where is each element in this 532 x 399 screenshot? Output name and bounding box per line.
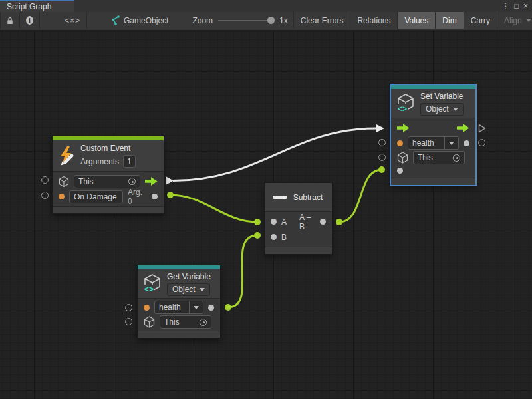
value-wire[interactable] <box>339 170 382 222</box>
subtract-minus-icon <box>273 196 287 199</box>
arg-output-port[interactable] <box>152 194 158 200</box>
unconnected-output-port[interactable] <box>478 139 485 146</box>
variable-name-dropdown[interactable]: health <box>408 136 459 150</box>
close-icon[interactable]: × <box>523 1 528 11</box>
zoom-slider-handle[interactable] <box>267 17 275 24</box>
gameobject-label: GameObject <box>124 16 168 25</box>
object-picker-icon[interactable] <box>453 154 460 162</box>
object-picker-icon[interactable] <box>200 319 207 326</box>
gameobject-cube-icon <box>144 316 155 328</box>
gameobject-cube-icon <box>397 152 408 164</box>
node-get-variable[interactable]: <> Get Variable Object health <box>137 265 221 338</box>
wire-arrow-icon <box>166 176 174 185</box>
unconnected-input-port[interactable] <box>378 139 386 146</box>
svg-text:<>: <> <box>144 285 154 294</box>
tab-title: Script Graph <box>7 2 51 11</box>
tab-script-graph[interactable]: Script Graph <box>0 0 74 12</box>
values-toggle[interactable]: Values <box>397 12 435 29</box>
target-field[interactable]: This <box>413 151 465 164</box>
target-field[interactable]: This <box>74 175 140 188</box>
arguments-count-field[interactable]: 1 <box>123 155 136 168</box>
clear-errors-button[interactable]: Clear Errors <box>293 12 350 29</box>
variable-name-port[interactable] <box>144 305 150 311</box>
node-title: Custom Event <box>80 144 136 153</box>
script-graph-asset-icon <box>110 15 120 25</box>
wire-endpoint <box>167 192 174 198</box>
arguments-label: Arguments <box>80 157 119 166</box>
variable-cube-icon: <> <box>143 273 162 294</box>
object-picker-icon[interactable] <box>128 178 136 185</box>
chevron-down-icon <box>453 108 458 111</box>
lock-icon <box>7 16 13 25</box>
chevron-down-icon <box>194 306 199 309</box>
value-output-port[interactable] <box>208 305 214 311</box>
script-graph-window: Script Graph ⋮ □ × i <×> <box>0 0 532 399</box>
result-output-port[interactable] <box>320 219 326 225</box>
control-output-port[interactable] <box>457 124 469 132</box>
wire-arrow-icon <box>376 124 384 133</box>
align-dropdown[interactable]: Align <box>497 12 532 29</box>
unconnected-input-port[interactable] <box>41 176 49 184</box>
graph-canvas[interactable]: Custom Event Arguments 1 This <box>0 30 532 399</box>
unconnected-input-port[interactable] <box>125 304 132 311</box>
node-title: Set Variable <box>420 92 464 101</box>
dim-toggle[interactable]: Dim <box>435 12 463 29</box>
event-name-field[interactable]: On Damage <box>69 190 123 203</box>
value-wire[interactable] <box>228 235 257 307</box>
node-header[interactable]: Custom Event Arguments 1 <box>53 140 164 172</box>
zoom-control: Zoom 1x <box>187 12 293 29</box>
unconnected-input-port[interactable] <box>125 318 132 325</box>
chevron-down-icon <box>200 288 205 291</box>
gameobject-cube-icon <box>59 176 69 188</box>
variable-name-dropdown[interactable]: health <box>154 301 203 314</box>
variable-name-port[interactable] <box>397 140 403 146</box>
value-input-port[interactable] <box>397 168 403 174</box>
input-a-label: A <box>281 217 287 227</box>
node-footer <box>391 178 475 185</box>
target-field[interactable]: This <box>160 315 211 329</box>
node-footer <box>53 206 164 213</box>
custom-event-icon <box>58 146 75 166</box>
pre-value-output-port[interactable] <box>464 140 469 146</box>
output-label: A – B <box>299 213 315 231</box>
node-custom-event[interactable]: Custom Event Arguments 1 This <box>52 136 164 214</box>
node-footer <box>265 247 332 254</box>
node-header[interactable]: <> Get Variable Object <box>138 269 220 299</box>
node-title: Get Variable <box>167 272 211 281</box>
unconnected-input-port[interactable] <box>41 192 49 199</box>
lock-button[interactable] <box>0 12 20 29</box>
svg-text:<>: <> <box>398 104 407 114</box>
control-input-port[interactable] <box>397 124 410 132</box>
wire-endpoint <box>225 304 231 311</box>
wire-endpoint <box>254 219 261 225</box>
control-output-port[interactable] <box>145 177 158 186</box>
node-footer <box>138 331 220 338</box>
menu-icon[interactable]: ⋮ <box>501 1 509 11</box>
input-a-port[interactable] <box>271 219 277 225</box>
variable-scope-dropdown[interactable]: Object <box>420 103 464 116</box>
chevron-down-icon <box>526 19 531 22</box>
node-set-variable[interactable]: <> Set Variable Object <box>390 84 476 186</box>
unconnected-control-output-port[interactable] <box>478 124 486 133</box>
unconnected-input-port[interactable] <box>378 154 386 161</box>
node-header[interactable]: <> Set Variable Object <box>391 89 475 118</box>
variable-scope-dropdown[interactable]: Object <box>167 283 210 296</box>
arg-label: Arg. 0 <box>128 188 147 206</box>
inspect-button[interactable]: i <box>20 12 40 29</box>
node-title: Subtract <box>293 193 323 202</box>
relations-toggle[interactable]: Relations <box>350 12 397 29</box>
wire-endpoint <box>378 166 385 173</box>
edit-graph-button[interactable]: <×> <box>59 12 87 29</box>
node-header[interactable]: Subtract <box>265 183 332 212</box>
wire-endpoint <box>336 219 342 225</box>
control-wire[interactable] <box>173 128 376 181</box>
zoom-slider[interactable] <box>218 20 274 21</box>
value-wire[interactable] <box>170 195 257 222</box>
event-name-port[interactable] <box>59 194 65 200</box>
zoom-label: Zoom <box>192 16 213 25</box>
carry-toggle[interactable]: Carry <box>464 12 497 29</box>
gameobject-reference[interactable]: GameObject <box>103 12 175 29</box>
node-subtract[interactable]: Subtract A A – B B <box>264 182 332 255</box>
maximize-icon[interactable]: □ <box>514 1 519 11</box>
input-b-port[interactable] <box>271 234 277 240</box>
